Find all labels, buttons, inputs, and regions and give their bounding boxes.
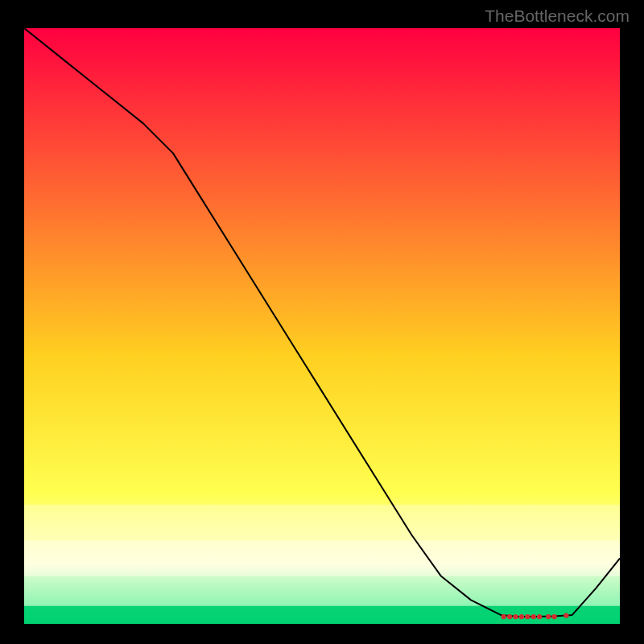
overlay-band — [24, 540, 620, 576]
data-marker — [525, 614, 530, 619]
watermark-text: TheBottleneck.com — [485, 6, 630, 26]
chart-svg — [24, 28, 620, 624]
data-marker — [531, 614, 536, 619]
data-marker — [537, 614, 542, 619]
data-marker — [519, 614, 524, 619]
plot-area — [24, 28, 620, 624]
overlay-band — [24, 505, 620, 540]
data-marker — [564, 613, 568, 617]
overlay-band — [24, 576, 620, 606]
overlay-band — [24, 606, 620, 624]
data-marker — [502, 614, 506, 619]
chart-container: TheBottleneck.com — [0, 0, 644, 644]
data-marker — [551, 614, 556, 619]
data-marker — [507, 614, 512, 619]
data-marker — [546, 614, 551, 619]
data-marker — [513, 614, 518, 619]
